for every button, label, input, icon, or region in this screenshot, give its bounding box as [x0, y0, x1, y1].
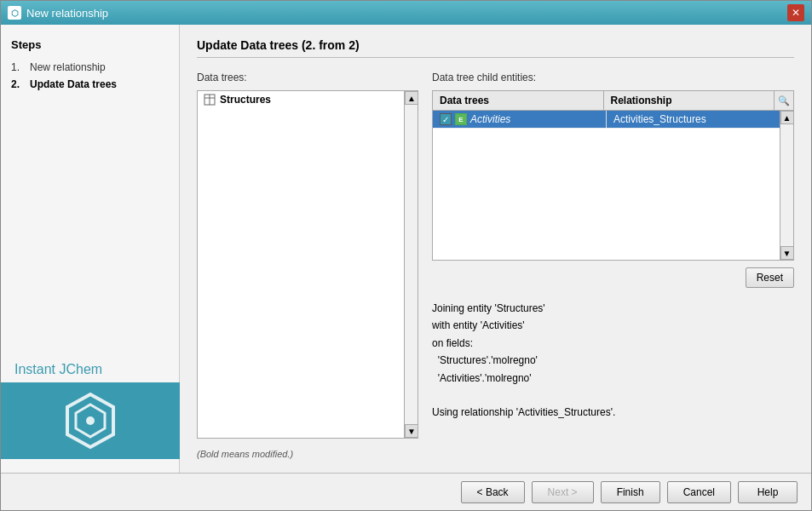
row-entity-name: Activities: [470, 113, 510, 125]
col-data-trees: Data trees: [433, 91, 604, 110]
filter-icon: 🔍: [778, 95, 790, 106]
next-button[interactable]: Next >: [532, 481, 594, 503]
step-2: 2. Update Data trees: [11, 78, 169, 90]
close-button[interactable]: ✕: [787, 4, 804, 21]
left-panel: Data trees:: [197, 72, 418, 459]
sidebar-logo-box: [1, 382, 180, 459]
scroll-down[interactable]: ▼: [780, 246, 794, 260]
grid-header: Data trees Relationship 🔍: [433, 91, 793, 111]
filter-btn[interactable]: 🔍: [775, 91, 793, 110]
scroll-track: [405, 105, 418, 424]
brand-name: Instant JChem: [11, 362, 102, 377]
info-line-3: on fields:: [432, 335, 794, 352]
left-panel-label: Data trees:: [197, 72, 418, 83]
col-relationship: Relationship: [604, 91, 775, 110]
step-1: 1. New relationship: [11, 61, 169, 73]
sidebar-title: Steps: [11, 38, 169, 51]
info-line-2: with entity 'Activities': [432, 317, 794, 334]
hex-logo-icon: [60, 391, 120, 451]
info-line-6: [432, 387, 794, 404]
sidebar-logo-area: Instant JChem: [11, 362, 169, 459]
reset-button[interactable]: Reset: [746, 267, 794, 288]
grid-body: ✓ E Activities Activities_Structures: [433, 111, 780, 260]
tree-content: Structures: [198, 91, 404, 438]
table-row[interactable]: ✓ E Activities Activities_Structures: [433, 111, 780, 129]
info-line-4: 'Structures'.'molregno': [432, 352, 794, 369]
right-grid-scrollbar: ▲ ▼: [780, 111, 793, 260]
back-button[interactable]: < Back: [461, 481, 525, 503]
table-icon: [203, 94, 216, 106]
window-title: New relationship: [26, 7, 108, 20]
title-bar-left: ⬡ New relationship: [8, 6, 108, 20]
scroll-up-arrow[interactable]: ▲: [405, 91, 418, 105]
finish-button[interactable]: Finish: [601, 481, 660, 503]
sidebar: Steps 1. New relationship 2. Update Data…: [1, 25, 180, 473]
grid-body-wrapper: ✓ E Activities Activities_Structures ▲: [433, 111, 793, 260]
main-content: Steps 1. New relationship 2. Update Data…: [1, 25, 811, 473]
cell-check-name: ✓ E Activities: [433, 111, 607, 128]
bold-note: (Bold means modified.): [197, 449, 418, 459]
scroll-up[interactable]: ▲: [780, 111, 794, 124]
content-area: Update Data trees (2. from 2) Data trees…: [180, 25, 811, 473]
reset-btn-area: Reset: [432, 267, 794, 288]
tree-item-structures[interactable]: Structures: [198, 91, 404, 108]
footer: < Back Next > Finish Cancel Help: [1, 473, 811, 510]
tree-item-label: Structures: [220, 94, 271, 106]
content-title: Update Data trees (2. from 2): [197, 38, 794, 58]
info-line-5: 'Activities'.'molregno': [432, 370, 794, 387]
title-bar: ⬡ New relationship ✕: [1, 1, 811, 25]
cell-relationship: Activities_Structures: [607, 111, 780, 128]
main-window: ⬡ New relationship ✕ Steps 1. New relati…: [0, 0, 812, 511]
info-line-7: Using relationship 'Activities_Structure…: [432, 404, 794, 421]
row-checkbox[interactable]: ✓: [440, 113, 452, 125]
info-line-1: Joining entity 'Structures': [432, 300, 794, 317]
right-panel: Data tree child entities: Data trees Rel…: [432, 72, 794, 459]
two-panel: Data trees:: [197, 72, 794, 459]
data-trees-box: Structures ▲ ▼: [197, 90, 418, 439]
steps-list: 1. New relationship 2. Update Data trees: [11, 61, 169, 95]
right-panel-label: Data tree child entities:: [432, 72, 794, 83]
window-icon: ⬡: [8, 6, 21, 20]
scroll-down-arrow[interactable]: ▼: [405, 424, 418, 438]
info-area: Joining entity 'Structures' with entity …: [432, 293, 794, 425]
svg-point-2: [86, 416, 95, 425]
cancel-button[interactable]: Cancel: [667, 481, 731, 503]
left-tree-scrollbar: ▲ ▼: [404, 91, 418, 438]
help-button[interactable]: Help: [738, 481, 798, 503]
entity-icon: E: [455, 113, 467, 125]
child-entities-grid: Data trees Relationship 🔍 ✓: [432, 90, 794, 261]
